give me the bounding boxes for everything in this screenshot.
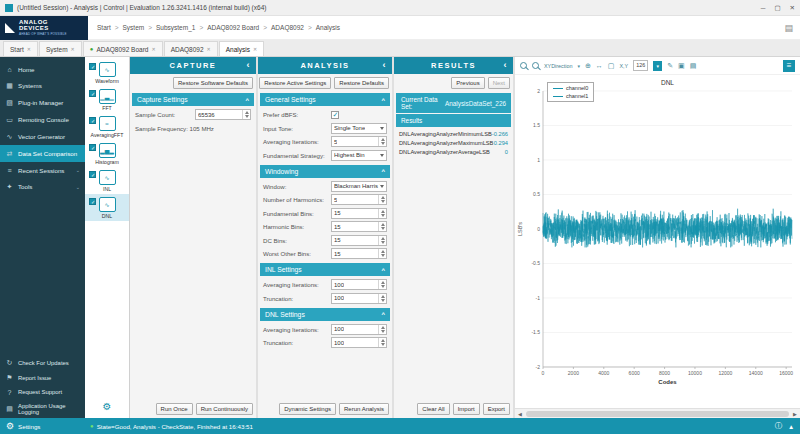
- collapse-panel-icon[interactable]: ‹: [247, 61, 252, 70]
- result-row[interactable]: DNLAveragingAnalyzerAverageLSB 0: [394, 147, 513, 156]
- collapse-panel-icon[interactable]: ‹: [383, 61, 388, 70]
- legend-toggle-button[interactable]: ≡: [783, 60, 795, 72]
- breadcrumb-item-board[interactable]: ADAQ8092 Board: [207, 24, 259, 31]
- fundamental-bins-input[interactable]: 15: [331, 208, 387, 219]
- legend-item-channel1[interactable]: channel1: [553, 93, 588, 99]
- sidebar-item-check-for-updates[interactable]: ↻ Check For Updates: [0, 355, 85, 370]
- spinner-control[interactable]: [378, 280, 386, 289]
- spinner-control[interactable]: [242, 110, 250, 119]
- close-button[interactable]: ✕: [790, 4, 795, 12]
- sidebar-item-home[interactable]: ⌂ Home: [0, 61, 85, 77]
- capture-settings-section-header[interactable]: Capture Settings ^: [132, 93, 254, 106]
- tab-start[interactable]: Start ✕: [3, 41, 38, 56]
- sidebar-item-request-support[interactable]: ? Request Support: [0, 385, 85, 399]
- run-continuously-button[interactable]: Run Continuously: [196, 403, 253, 415]
- prefer-dbfs-checkbox[interactable]: [331, 111, 339, 119]
- import-button[interactable]: Import: [453, 403, 480, 415]
- inl-settings-section-header[interactable]: INL Settings ^: [260, 263, 390, 276]
- checkbox-checked-icon[interactable]: [89, 198, 96, 205]
- checkbox-checked-icon[interactable]: [89, 144, 96, 151]
- rail-item-waveform[interactable]: ∿ Waveform: [85, 59, 129, 86]
- rail-item-averaging-fft[interactable]: ≈ AveragingFFT: [85, 113, 129, 140]
- input-tone-select[interactable]: Single Tone: [331, 123, 387, 134]
- chart-horizontal-scrollbar[interactable]: ◀ ▶: [515, 408, 800, 418]
- scrollbar-thumb[interactable]: [526, 411, 789, 417]
- clear-all-button[interactable]: Clear All: [417, 403, 449, 415]
- collapse-statusbar-icon[interactable]: ▴: [789, 422, 793, 431]
- collapse-section-icon[interactable]: ^: [381, 168, 385, 174]
- rail-item-inl[interactable]: ∿ INL: [85, 167, 129, 194]
- spinner-control[interactable]: [378, 325, 386, 334]
- zoom-region-icon[interactable]: [532, 62, 539, 69]
- sidebar-item-tools[interactable]: ✦ Tools ⌄: [0, 178, 85, 195]
- export-chart-icon[interactable]: ▤: [690, 62, 697, 70]
- sidebar-item-report-issue[interactable]: ⚑ Report Issue: [0, 370, 85, 385]
- export-button[interactable]: Export: [483, 403, 510, 415]
- dnl-averaging-iterations-input[interactable]: 100: [331, 324, 387, 335]
- xy-direction-dropdown[interactable]: XYDirection: [544, 63, 572, 69]
- spinner-control[interactable]: [378, 236, 386, 245]
- annotate-icon[interactable]: ✎: [667, 62, 673, 70]
- restore-active-settings-button[interactable]: Restore Active Settings: [259, 77, 331, 89]
- collapse-section-icon[interactable]: ^: [381, 311, 385, 317]
- tab-adaq8092[interactable]: ADAQ8092 ✕: [164, 41, 218, 56]
- dropdown-caret-icon[interactable]: ▾: [577, 63, 580, 69]
- fundamental-strategy-select[interactable]: Highest Bin: [331, 150, 387, 161]
- snapshot-icon[interactable]: ▣: [678, 62, 685, 70]
- collapse-section-icon[interactable]: ^: [245, 97, 249, 103]
- dynamic-settings-button[interactable]: Dynamic Settings: [279, 403, 336, 415]
- next-dataset-button[interactable]: Next: [488, 77, 510, 89]
- restore-defaults-button[interactable]: Restore Defaults: [334, 77, 389, 89]
- breadcrumb-item-analysis[interactable]: Analysis: [316, 24, 340, 31]
- spinner-control[interactable]: [378, 209, 386, 218]
- harmonic-bins-input[interactable]: 15: [331, 221, 387, 232]
- dnl-truncation-input[interactable]: 100: [331, 337, 387, 348]
- sample-width-value[interactable]: 126: [633, 60, 648, 71]
- rerun-analysis-button[interactable]: Rerun Analysis: [339, 403, 389, 415]
- minimize-button[interactable]: ─: [761, 4, 766, 12]
- inl-averaging-iterations-input[interactable]: 100: [331, 279, 387, 290]
- previous-dataset-button[interactable]: Previous: [451, 77, 484, 89]
- spinner-control[interactable]: [378, 294, 386, 303]
- sidebar-item-vector-generator[interactable]: ∿ Vector Generator: [0, 128, 85, 145]
- sidebar-item-systems[interactable]: ▦ Systems: [0, 77, 85, 94]
- tab-close-icon[interactable]: ✕: [71, 46, 75, 52]
- tab-close-icon[interactable]: ✕: [253, 46, 257, 52]
- maximize-button[interactable]: ▢: [774, 4, 780, 12]
- restore-software-defaults-button[interactable]: Restore Software Defaults: [173, 77, 253, 89]
- tab-analysis[interactable]: Analysis ✕: [219, 41, 264, 56]
- tab-close-icon[interactable]: ✕: [207, 46, 211, 52]
- windowing-section-header[interactable]: Windowing ^: [260, 165, 390, 178]
- scroll-right-icon[interactable]: ▶: [790, 411, 800, 417]
- breadcrumb-item-system[interactable]: System: [123, 24, 145, 31]
- dnl-settings-section-header[interactable]: DNL Settings ^: [260, 308, 390, 321]
- breadcrumb-item-chip[interactable]: ADAQ8092: [271, 24, 304, 31]
- averaging-iterations-input[interactable]: 5: [331, 136, 387, 147]
- spinner-control[interactable]: [378, 338, 386, 347]
- legend-item-channel0[interactable]: channel0: [553, 85, 588, 91]
- inl-truncation-input[interactable]: 100: [331, 293, 387, 304]
- session-notes-icon[interactable]: ▤: [784, 23, 793, 33]
- rail-item-dnl[interactable]: ∿ DNL: [85, 194, 129, 221]
- pan-icon[interactable]: ⊕: [585, 62, 591, 70]
- checkbox-checked-icon[interactable]: [89, 117, 96, 124]
- tab-system[interactable]: System ✕: [39, 41, 82, 56]
- collapse-section-icon[interactable]: ^: [381, 267, 385, 273]
- chart-legend[interactable]: channel0 channel1: [547, 82, 594, 102]
- rail-item-fft[interactable]: ▁▃▁ FFT: [85, 86, 129, 113]
- collapse-panel-icon[interactable]: ‹: [504, 61, 509, 70]
- scroll-left-icon[interactable]: ◀: [515, 411, 525, 417]
- sidebar-item-application-usage-logging[interactable]: ▤ Application Usage Logging: [0, 399, 85, 418]
- number-of-harmonics-input[interactable]: 5: [331, 194, 387, 205]
- axis-dropdown-button[interactable]: ▾: [653, 61, 662, 71]
- sidebar-item-remoting-console[interactable]: ▭ Remoting Console: [0, 111, 85, 128]
- window-select[interactable]: Blackman Harris 7: [331, 181, 387, 192]
- dc-bins-input[interactable]: 15: [331, 235, 387, 246]
- checkbox-checked-icon[interactable]: [89, 90, 96, 97]
- tab-adaq8092-board[interactable]: ● ADAQ8092 Board ✕: [83, 41, 163, 56]
- spinner-control[interactable]: [378, 137, 386, 146]
- sidebar-item-data-set-comparison[interactable]: ⇄ Data Set Comparison: [0, 145, 85, 162]
- general-settings-section-header[interactable]: General Settings ^: [260, 93, 390, 106]
- spinner-control[interactable]: [378, 195, 386, 204]
- collapse-section-icon[interactable]: ^: [381, 97, 385, 103]
